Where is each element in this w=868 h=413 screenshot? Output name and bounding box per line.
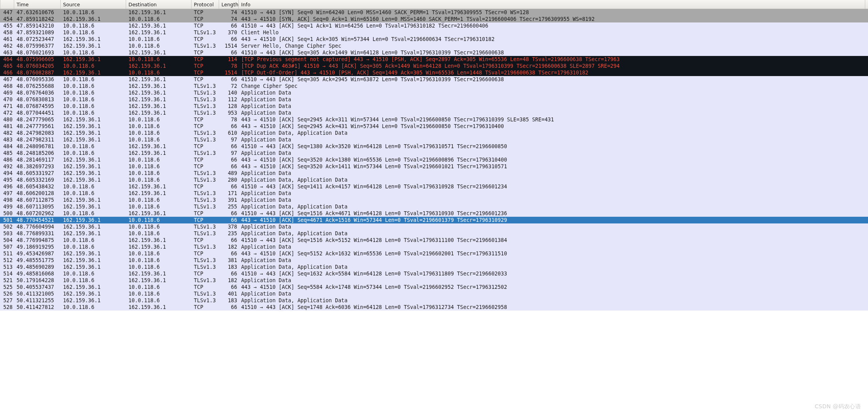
packet-row[interactable]: 46748.07609533610.0.118.6162.159.36.1TCP… <box>0 76 868 83</box>
cell-info: Application Data, Application Data <box>239 230 865 237</box>
cell-dest: 10.0.118.6 <box>126 136 191 143</box>
packet-row[interactable]: 46248.075996377162.159.36.110.0.118.6TLS… <box>0 43 868 49</box>
packet-row[interactable]: 49948.607113095162.159.36.110.0.118.6TLS… <box>0 203 868 210</box>
cell-length: 78 <box>219 116 239 123</box>
cell-source: 162.159.36.1 <box>61 56 126 63</box>
packet-row[interactable]: 52850.41142781210.0.118.6162.159.36.1TCP… <box>0 304 868 311</box>
packet-row[interactable]: 51349.485690289162.159.36.110.0.118.6TLS… <box>0 264 868 270</box>
cell-source: 162.159.36.1 <box>61 297 126 304</box>
cell-source: 10.0.118.6 <box>61 244 126 250</box>
cell-source: 10.0.118.6 <box>61 270 126 277</box>
cell-time: 48.605331927 <box>14 170 61 177</box>
packet-row[interactable]: 49248.382697293162.159.36.110.0.118.6TCP… <box>0 163 868 170</box>
packet-row[interactable]: 50048.60720296210.0.118.6162.159.36.1TCP… <box>0 210 868 217</box>
column-header-time[interactable]: Time <box>14 0 61 9</box>
cell-info: Application Data, Application Data <box>239 203 865 210</box>
packet-row[interactable]: 46848.07625568810.0.118.6162.159.36.1TLS… <box>0 83 868 89</box>
cell-length: 66 <box>219 36 239 43</box>
packet-row[interactable]: 49848.607112875162.159.36.110.0.118.6TLS… <box>0 197 868 203</box>
cell-source: 10.0.118.6 <box>61 9 126 16</box>
column-header-info[interactable]: Info <box>239 0 865 9</box>
cell-time: 50.411321005 <box>14 290 61 297</box>
packet-row[interactable]: 52750.411321255162.159.36.110.0.118.6TLS… <box>0 297 868 304</box>
cell-source: 10.0.118.6 <box>61 143 126 150</box>
column-header-length[interactable]: Length <box>219 0 239 9</box>
packet-row[interactable]: 46448.075996605162.159.36.110.0.118.6TCP… <box>0 56 868 63</box>
packet-list-header[interactable]: Time Source Destination Protocol Length … <box>0 0 868 9</box>
cell-dest: 162.159.36.1 <box>126 29 191 36</box>
cell-dest: 10.0.118.6 <box>126 170 191 177</box>
packet-row[interactable]: 46548.07603420510.0.118.6162.159.36.1TCP… <box>0 63 868 69</box>
cell-no: 513 <box>0 264 14 270</box>
cell-info: Application Data, Application Data <box>239 130 865 136</box>
cell-info: 41510 → 443 [ACK] Seq=1632 Ack=5584 Win=… <box>239 270 865 277</box>
packet-row[interactable]: 51249.485551775162.159.36.110.0.118.6TLS… <box>0 257 868 264</box>
packet-row[interactable]: 52650.411321005162.159.36.110.0.118.6TLS… <box>0 290 868 297</box>
packet-row[interactable]: 52150.17916422810.0.118.6162.159.36.1TLS… <box>0 277 868 284</box>
cell-time: 48.248185206 <box>14 150 61 156</box>
packet-row[interactable]: 50448.77699487510.0.118.6162.159.36.1TCP… <box>0 237 868 244</box>
packet-row[interactable]: 49448.605331927162.159.36.110.0.118.6TLS… <box>0 170 868 177</box>
packet-row[interactable]: 48148.247779561162.159.36.110.0.118.6TCP… <box>0 123 868 130</box>
packet-row[interactable]: 50148.770454521162.159.36.110.0.118.6TCP… <box>0 217 868 223</box>
cell-length: 66 <box>219 156 239 163</box>
cell-info: [TCP Out-Of-Order] 443 → 41510 [PSH, ACK… <box>239 69 865 76</box>
cell-info: 443 → 41510 [ACK] Seq=5584 Ack=1748 Win=… <box>239 284 865 290</box>
cell-time: 48.247982083 <box>14 130 61 136</box>
cell-info: 41510 → 443 [ACK] Seq=1380 Ack=3520 Win=… <box>239 143 865 150</box>
cell-time: 48.076021693 <box>14 49 61 56</box>
packet-row[interactable]: 50749.18691929510.0.118.6162.159.36.1TLS… <box>0 244 868 250</box>
packet-row[interactable]: 47048.07683081310.0.118.6162.159.36.1TLS… <box>0 96 868 103</box>
packet-row[interactable]: 51149.453426987162.159.36.110.0.118.6TCP… <box>0 250 868 257</box>
packet-row[interactable]: 44747.63261067610.0.118.6162.159.36.1TCP… <box>0 9 868 16</box>
packet-row[interactable]: 46648.076082887162.159.36.110.0.118.6TCP… <box>0 69 868 76</box>
packet-row[interactable]: 45847.85932108910.0.118.6162.159.36.1TLS… <box>0 29 868 36</box>
cell-no: 526 <box>0 290 14 297</box>
packet-row[interactable]: 51449.48581606810.0.118.6162.159.36.1TCP… <box>0 270 868 277</box>
packet-row[interactable]: 49648.60543843210.0.118.6162.159.36.1TCP… <box>0 183 868 190</box>
packet-row[interactable]: 46348.07602169310.0.118.6162.159.36.1TCP… <box>0 49 868 56</box>
cell-length: 610 <box>219 130 239 136</box>
cell-info: 443 → 41510 [ACK] Seq=2945 Ack=311 Win=5… <box>239 116 865 123</box>
packet-row[interactable]: 48648.281469117162.159.36.110.0.118.6TCP… <box>0 156 868 163</box>
cell-source: 162.159.36.1 <box>61 156 126 163</box>
cell-info: Application Data <box>239 190 865 197</box>
packet-row[interactable]: 48448.24809678110.0.118.6162.159.36.1TCP… <box>0 143 868 150</box>
packet-row[interactable]: 49748.60620012810.0.118.6162.159.36.1TLS… <box>0 190 868 197</box>
cell-dest: 162.159.36.1 <box>126 277 191 284</box>
packet-row[interactable]: 47248.07704445110.0.118.6162.159.36.1TLS… <box>0 110 868 116</box>
packet-row[interactable]: 47148.07687459510.0.118.6162.159.36.1TLS… <box>0 103 868 110</box>
cell-source: 162.159.36.1 <box>61 123 126 130</box>
packet-row[interactable]: 52550.405537437162.159.36.110.0.118.6TCP… <box>0 284 868 290</box>
column-header-no[interactable] <box>0 0 14 9</box>
column-header-protocol[interactable]: Protocol <box>191 0 219 9</box>
cell-source: 162.159.36.1 <box>61 230 126 237</box>
cell-source: 10.0.118.6 <box>61 210 126 217</box>
packet-row[interactable]: 45447.859118242162.159.36.110.0.118.6TCP… <box>0 16 868 22</box>
cell-length: 182 <box>219 244 239 250</box>
packet-row[interactable]: 50348.776899331162.159.36.110.0.118.6TLS… <box>0 230 868 237</box>
cell-proto: TLSv1.3 <box>191 29 219 36</box>
column-header-destination[interactable]: Destination <box>126 0 191 9</box>
packet-row[interactable]: 46148.072523447162.159.36.110.0.118.6TCP… <box>0 36 868 43</box>
cell-source: 162.159.36.1 <box>61 116 126 123</box>
packet-row[interactable]: 48348.247982311162.159.36.110.0.118.6TLS… <box>0 136 868 143</box>
packet-row[interactable]: 48548.24818520610.0.118.6162.159.36.1TLS… <box>0 150 868 156</box>
packet-row[interactable]: 45547.85914321010.0.118.6162.159.36.1TCP… <box>0 22 868 29</box>
column-header-source[interactable]: Source <box>61 0 126 9</box>
packet-row[interactable]: 50248.776604994162.159.36.110.0.118.6TLS… <box>0 223 868 230</box>
cell-proto: TCP <box>191 210 219 217</box>
cell-source: 10.0.118.6 <box>61 183 126 190</box>
packet-row[interactable]: 46948.07676403610.0.118.6162.159.36.1TLS… <box>0 89 868 96</box>
packet-row[interactable]: 48248.247982083162.159.36.110.0.118.6TLS… <box>0 130 868 136</box>
cell-proto: TLSv1.3 <box>191 110 219 116</box>
cell-proto: TLSv1.3 <box>191 244 219 250</box>
cell-dest: 10.0.118.6 <box>126 203 191 210</box>
packet-list-body[interactable]: 44747.63261067610.0.118.6162.159.36.1TCP… <box>0 9 868 413</box>
cell-no: 527 <box>0 297 14 304</box>
cell-time: 48.072523447 <box>14 36 61 43</box>
packet-row[interactable]: 48048.247779065162.159.36.110.0.118.6TCP… <box>0 116 868 123</box>
packet-row[interactable]: 49548.605332169162.159.36.110.0.118.6TLS… <box>0 177 868 183</box>
cell-dest: 10.0.118.6 <box>126 116 191 123</box>
cell-proto: TCP <box>191 16 219 22</box>
